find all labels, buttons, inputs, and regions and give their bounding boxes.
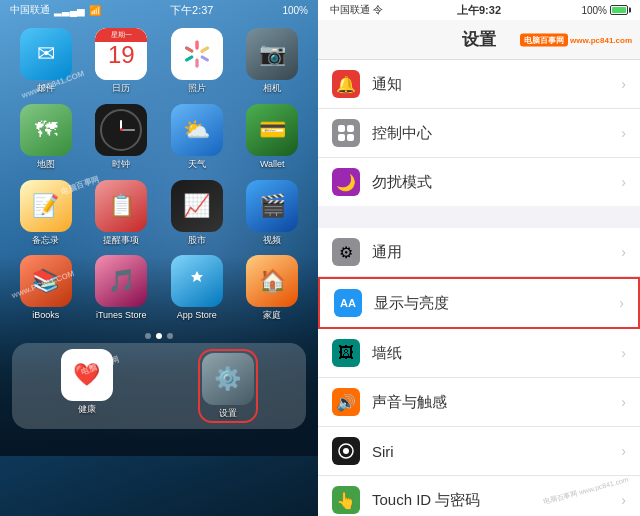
battery-info-left: 100% xyxy=(282,5,308,16)
svg-rect-13 xyxy=(338,125,345,132)
app-ibooks-label: iBooks xyxy=(32,310,59,321)
app-photos-label: 照片 xyxy=(188,83,206,94)
app-reminders[interactable]: 📋 提醒事项 xyxy=(88,180,156,246)
app-itunes[interactable]: 🎵 iTunes Store xyxy=(88,255,156,321)
dock-settings-icon: ⚙️ xyxy=(202,353,254,405)
app-ibooks[interactable]: 📚 iBooks xyxy=(12,255,80,321)
sounds-chevron: › xyxy=(621,394,626,410)
notification-label: 通知 xyxy=(372,75,613,94)
app-calendar-icon: 星期一 19 xyxy=(95,28,147,80)
app-weather-label: 天气 xyxy=(188,159,206,170)
app-photos[interactable]: 照片 xyxy=(163,28,231,94)
display-label: 显示与亮度 xyxy=(374,294,611,313)
general-label: 通用 xyxy=(372,243,613,262)
settings-row-display[interactable]: AA 显示与亮度 › xyxy=(318,277,640,329)
settings-row-general[interactable]: ⚙ 通用 › xyxy=(318,228,640,277)
settings-row-dnd[interactable]: 🌙 勿扰模式 › xyxy=(318,158,640,206)
app-wallet-label: Wallet xyxy=(260,159,285,170)
app-notes-label: 备忘录 xyxy=(32,235,59,246)
settings-row-notification[interactable]: 🔔 通知 › xyxy=(318,60,640,109)
app-maps-label: 地图 xyxy=(37,159,55,170)
touchid-icon: 👆 xyxy=(332,486,360,514)
siri-chevron: › xyxy=(621,443,626,459)
settings-row-control-center[interactable]: 控制中心 › xyxy=(318,109,640,158)
settings-row-touchid[interactable]: 👆 Touch ID 与密码 › xyxy=(318,476,640,516)
signal-icon: ▂▃▄▅ xyxy=(54,5,85,16)
app-stocks[interactable]: 📈 股市 xyxy=(163,180,231,246)
app-itunes-icon: 🎵 xyxy=(95,255,147,307)
app-calendar[interactable]: 星期一 19 日历 xyxy=(88,28,156,94)
touchid-label: Touch ID 与密码 xyxy=(372,491,613,510)
svg-rect-15 xyxy=(338,134,345,141)
general-chevron: › xyxy=(621,244,626,260)
display-icon: AA xyxy=(334,289,362,317)
app-wallet[interactable]: 💳 Wallet xyxy=(239,104,307,170)
time-right: 上午9:32 xyxy=(457,3,501,18)
dock-settings[interactable]: ⚙️ 设置 xyxy=(198,349,258,423)
app-home[interactable]: 🏠 家庭 xyxy=(239,255,307,321)
app-wallet-icon: 💳 xyxy=(246,104,298,156)
app-grid: ✉ 邮件 星期一 19 日历 xyxy=(0,20,318,329)
status-bar-left: 中国联通 ▂▃▄▅ 📶 下午2:37 100% xyxy=(0,0,318,20)
app-appstore-icon xyxy=(171,255,223,307)
app-clock-label: 时钟 xyxy=(112,159,130,170)
dnd-icon: 🌙 xyxy=(332,168,360,196)
settings-section-1: 🔔 通知 › 控制中心 › 🌙 勿扰模式 › xyxy=(318,60,640,206)
carrier-info: 中国联通 ▂▃▄▅ 📶 xyxy=(10,3,101,17)
sounds-icon: 🔊 xyxy=(332,388,360,416)
wallpaper-icon: 🖼 xyxy=(332,339,360,367)
app-reminders-label: 提醒事项 xyxy=(103,235,139,246)
app-weather[interactable]: ⛅ 天气 xyxy=(163,104,231,170)
settings-row-siri[interactable]: Siri › xyxy=(318,427,640,476)
svg-rect-16 xyxy=(347,134,354,141)
app-weather-icon: ⛅ xyxy=(171,104,223,156)
app-camera[interactable]: 📷 相机 xyxy=(239,28,307,94)
settings-row-wallpaper[interactable]: 🖼 墙纸 › xyxy=(318,329,640,378)
battery-icon xyxy=(610,5,628,15)
iphone-home-screen: 中国联通 ▂▃▄▅ 📶 下午2:37 100% ✉ 邮件 星期一 19 日历 xyxy=(0,0,318,516)
dock: ❤️ 健康 ⚙️ 设置 xyxy=(12,343,306,429)
logo-badge: 电脑百事网 xyxy=(520,33,568,46)
page-dot-1 xyxy=(145,333,151,339)
dock-settings-label: 设置 xyxy=(219,408,237,419)
settings-row-sounds[interactable]: 🔊 声音与触感 › xyxy=(318,378,640,427)
app-videos[interactable]: 🎬 视频 xyxy=(239,180,307,246)
app-clock[interactable]: 时钟 xyxy=(88,104,156,170)
dnd-chevron: › xyxy=(621,174,626,190)
app-camera-icon: 📷 xyxy=(246,28,298,80)
app-photos-icon xyxy=(171,28,223,80)
settings-list: 🔔 通知 › 控制中心 › 🌙 勿扰模式 › xyxy=(318,60,640,516)
control-center-chevron: › xyxy=(621,125,626,141)
page-dot-2 xyxy=(156,333,162,339)
app-mail-icon: ✉ xyxy=(20,28,72,80)
app-mail-label: 邮件 xyxy=(37,83,55,94)
app-maps[interactable]: 🗺 地图 xyxy=(12,104,80,170)
notification-chevron: › xyxy=(621,76,626,92)
touchid-chevron: › xyxy=(621,492,626,508)
iphone-settings-screen: 中国联通 令 上午9:32 100% 设置 电脑百事网 www.pc841.co… xyxy=(318,0,640,516)
app-reminders-icon: 📋 xyxy=(95,180,147,232)
notification-icon: 🔔 xyxy=(332,70,360,98)
dnd-label: 勿扰模式 xyxy=(372,173,613,192)
app-ibooks-icon: 📚 xyxy=(20,255,72,307)
app-appstore-label: App Store xyxy=(177,310,217,321)
app-notes-icon: 📝 xyxy=(20,180,72,232)
status-bar-right-wrapper: 中国联通 令 上午9:32 100% xyxy=(318,0,640,20)
logo-url: www.pc841.com xyxy=(570,35,632,44)
siri-label: Siri xyxy=(372,443,613,460)
svg-rect-14 xyxy=(347,125,354,132)
app-mail[interactable]: ✉ 邮件 xyxy=(12,28,80,94)
app-videos-label: 视频 xyxy=(263,235,281,246)
dock-health[interactable]: ❤️ 健康 xyxy=(61,349,113,423)
app-appstore[interactable]: App Store xyxy=(163,255,231,321)
site-logo: 电脑百事网 www.pc841.com xyxy=(520,33,632,46)
wifi-icon: 📶 xyxy=(89,5,101,16)
settings-title: 设置 xyxy=(462,28,496,51)
page-dot-3 xyxy=(167,333,173,339)
battery-right: 100% xyxy=(581,5,628,16)
general-icon: ⚙ xyxy=(332,238,360,266)
siri-icon xyxy=(332,437,360,465)
wallpaper-chevron: › xyxy=(621,345,626,361)
app-notes[interactable]: 📝 备忘录 xyxy=(12,180,80,246)
battery-fill xyxy=(612,7,626,13)
